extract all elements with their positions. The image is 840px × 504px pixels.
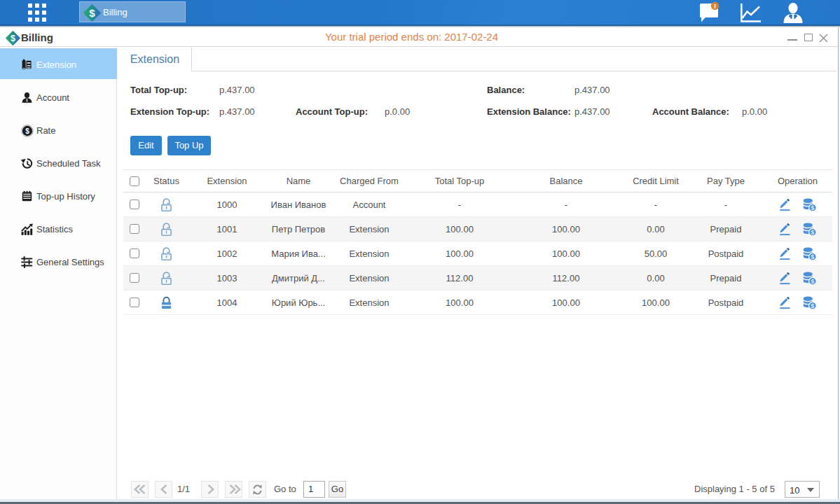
svg-text:$: $ <box>89 7 95 19</box>
svg-text:$: $ <box>811 253 815 260</box>
svg-text:$: $ <box>811 277 815 284</box>
svg-text:$: $ <box>811 228 815 235</box>
svg-text:$: $ <box>811 204 815 211</box>
svg-text:$: $ <box>811 302 815 309</box>
svg-text:$: $ <box>25 127 29 135</box>
svg-text:!: ! <box>714 2 716 10</box>
